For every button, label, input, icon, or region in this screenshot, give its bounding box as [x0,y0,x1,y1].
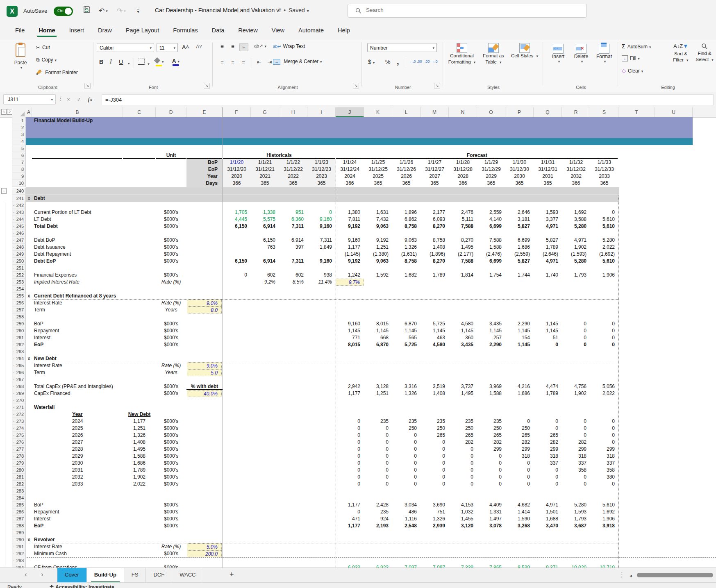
header-cell-O[interactable]: 1/1/29 [477,159,505,166]
input-cell-E291[interactable]: 5.0% [187,543,222,550]
column-header-L[interactable]: L [392,107,421,117]
row-header-294[interactable]: 294· [12,564,26,568]
row-header-249[interactable]: 249· [12,251,26,258]
waterfall-b-280[interactable]: 2031 [32,467,123,474]
cell-P285[interactable]: 4,682 [505,502,534,509]
cell-M247[interactable]: 8,758 [421,237,449,244]
row-label-241[interactable]: Debt [32,195,123,202]
cell-J247[interactable]: 9,160 [336,237,364,244]
cell-M269[interactable]: 1,408 [421,390,449,397]
copy-button[interactable]: ⧉Copy▾ [36,57,57,63]
formula-input[interactable]: =-J304 [102,94,714,105]
row-label-265[interactable]: Interest Rate [32,362,123,369]
header-cell-I[interactable]: 1/1/23 [307,159,336,166]
cell-R294[interactable]: 10,020 [562,564,590,568]
cell-P288[interactable]: 3,268 [505,522,534,529]
cell-M280[interactable]: 0 [421,467,449,474]
cell-R276[interactable]: 282 [562,439,590,446]
sheet-tab-cover[interactable]: Cover [57,568,87,583]
cell-M268[interactable]: 3,519 [421,383,449,390]
unit-287[interactable]: $000's [156,515,186,522]
cell-O243[interactable]: 2,559 [477,209,505,216]
cell-L261[interactable]: 565 [392,334,421,341]
decrease-font-button[interactable]: A˅ [196,44,202,50]
cell-Q286[interactable]: 1,501 [534,509,562,515]
header-cell-Q[interactable]: 1/1/31 [534,159,562,166]
row-header-246[interactable]: 246· [12,230,26,237]
row-label-285[interactable]: BoP [32,502,123,509]
header-cell-L[interactable]: 2026 [392,173,421,180]
cell-P252[interactable]: 1,744 [505,272,534,279]
cell-R275[interactable]: 0 [562,432,590,439]
cell-N280[interactable]: 0 [449,467,477,474]
cell-P247[interactable]: 6,699 [505,237,534,244]
cell-F243[interactable]: 1,705 [223,209,251,216]
row-label-294[interactable]: CF from Operations [32,564,123,568]
header-cell-G[interactable]: 2021 [251,173,279,180]
cell-K279[interactable]: 0 [364,460,392,467]
column-header-K[interactable]: K [364,107,392,117]
unit-278[interactable]: $000's [156,453,186,460]
cell-I252[interactable]: 938 [307,272,336,279]
accounting-format-button[interactable]: $▾ [368,59,375,65]
cell-S252[interactable]: 1,906 [590,272,618,279]
waterfall-c-278[interactable]: 1,588 [123,453,156,460]
cell-Q260[interactable]: 1,145 [534,327,562,334]
cell-S268[interactable]: 5,056 [590,383,618,390]
enter-icon[interactable]: ✓ [74,94,84,104]
column-header-C[interactable]: C [123,107,156,117]
row-label-269[interactable]: CapEx Financed [32,390,123,397]
cell-K287[interactable]: 924 [364,515,392,522]
cell-R244[interactable]: 3,588 [562,216,590,223]
cell-L245[interactable]: 8,758 [392,223,421,230]
cell-P268[interactable]: 4,216 [505,383,534,390]
cell-S287[interactable]: 1,906 [590,515,618,522]
menu-tab-help[interactable]: Help [332,23,356,37]
cell-K259[interactable]: 8,015 [364,320,392,327]
cell-P281[interactable]: 0 [505,474,534,481]
number-dialog-launcher[interactable]: ↘ [434,83,440,89]
excel-logo-icon[interactable]: X [7,6,18,17]
align-top-icon[interactable]: ≡ [218,43,226,50]
cell-R274[interactable]: 0 [562,425,590,432]
cell-G245[interactable]: 6,914 [251,223,279,230]
cell-O248[interactable]: 1,588 [477,244,505,251]
cell-Q244[interactable]: 3,377 [534,216,562,223]
waterfall-c-279[interactable]: 1,686 [123,460,156,467]
name-box[interactable]: J311▾ [3,94,56,104]
align-center-icon[interactable]: ≡ [229,59,237,66]
cell-K269[interactable]: 1,251 [364,390,392,397]
cell-R280[interactable]: 358 [562,467,590,474]
row-header-9[interactable]: 9 [12,173,26,180]
column-header-S[interactable]: S [590,107,618,117]
input-cell-E269[interactable]: 40.0% [187,390,222,397]
cell-O280[interactable]: 0 [477,467,505,474]
font-dialog-launcher[interactable]: ↘ [204,83,210,89]
unit-249[interactable]: $000's [156,251,186,258]
row-header-285[interactable]: 285· [12,502,26,509]
cancel-icon[interactable]: × [64,94,73,104]
cell-K280[interactable]: 0 [364,467,392,474]
cell-L288[interactable]: 2,548 [392,522,421,529]
waterfall-b-281[interactable]: 2032 [32,474,123,481]
cell-O279[interactable]: 0 [477,460,505,467]
row-header-277[interactable]: 277· [12,446,26,453]
cell-K250[interactable]: 9,063 [364,258,392,265]
cell-N249[interactable]: (2,177) [449,251,477,258]
cell-N281[interactable]: 0 [449,474,477,481]
column-header-R[interactable]: R [562,107,590,117]
header-cell-N[interactable]: 31/12/28 [449,166,477,173]
unit-288[interactable]: $000's [156,522,186,529]
unit-259[interactable]: $000's [156,320,186,327]
cell-P269[interactable]: 1,686 [505,390,534,397]
header-cell-O[interactable]: 31/12/29 [477,166,505,173]
cell-N260[interactable]: 1,145 [449,327,477,334]
cell-N273[interactable]: 235 [449,418,477,425]
unit-262[interactable]: $000's [156,341,186,348]
unit-286[interactable]: $000's [156,509,186,515]
waterfall-c-277[interactable]: 1,495 [123,446,156,453]
qat-customize-icon[interactable]: ▾ [133,5,143,17]
cell-S285[interactable]: 5,610 [590,502,618,509]
cell-R247[interactable]: 4,971 [562,237,590,244]
cell-R261[interactable]: 0 [562,334,590,341]
